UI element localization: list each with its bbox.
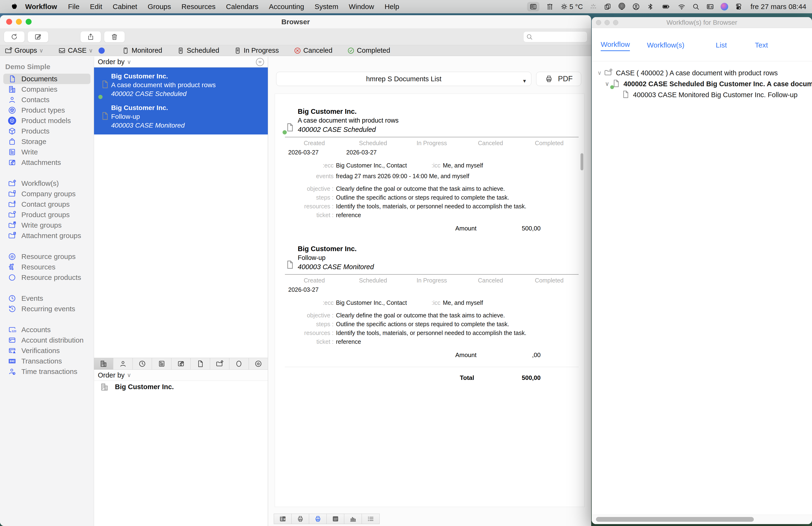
menu-resources[interactable]: Resources <box>182 3 215 11</box>
list-item[interactable]: Big Customer Inc. A case document with p… <box>94 69 268 101</box>
tab-workflows[interactable] <box>210 358 229 369</box>
tab-list[interactable]: List <box>716 41 727 51</box>
sidebar-item-documents[interactable]: Documents <box>3 74 90 84</box>
tab-documents[interactable] <box>191 358 210 369</box>
sidebar-item-products[interactable]: Products <box>0 126 94 137</box>
report-selector[interactable]: hmrep S Documents List▼ <box>276 72 531 86</box>
user-account-icon[interactable] <box>632 3 640 11</box>
battery-icon[interactable] <box>661 3 671 11</box>
sidebar-item-attachments[interactable]: Attachments <box>0 157 94 168</box>
menu-window[interactable]: Window <box>349 3 374 11</box>
view-print-outline[interactable] <box>292 514 309 524</box>
menu-clock[interactable]: fre 27 mars 08:44 <box>751 3 806 11</box>
sidebar-item-storage[interactable]: Storage <box>0 137 94 147</box>
tab-contacts[interactable] <box>113 358 132 369</box>
menu-edit[interactable]: Edit <box>90 3 102 11</box>
tab-workflow[interactable]: Workflow <box>601 40 630 51</box>
menu-groups[interactable]: Groups <box>148 3 171 11</box>
wifi-icon[interactable] <box>678 3 685 11</box>
chevron-down-icon[interactable]: ∨ <box>596 70 603 76</box>
tab-write[interactable] <box>152 358 171 369</box>
list-filter-icon[interactable] <box>256 58 264 66</box>
menu-cabinet[interactable]: Cabinet <box>113 3 137 11</box>
delete-button[interactable] <box>104 31 125 43</box>
refresh-button[interactable] <box>4 31 25 43</box>
lower-order-by-dropdown[interactable]: Order by <box>98 371 125 379</box>
sidebar-item-product-groups[interactable]: Product groups <box>0 210 94 220</box>
sidebar-toggle-icon[interactable] <box>527 2 539 11</box>
tab-events[interactable] <box>133 358 152 369</box>
tab-oval[interactable] <box>229 358 249 369</box>
status-color-dot[interactable] <box>99 47 105 54</box>
sidebar-item-workflows[interactable]: Workflow(s) <box>0 178 94 189</box>
view-list[interactable] <box>362 514 379 524</box>
menu-calendars[interactable]: Calendars <box>226 3 259 11</box>
case-dropdown[interactable]: CASE∨ <box>58 46 93 54</box>
view-grid[interactable] <box>327 514 344 524</box>
horizontal-scrollbar-track <box>592 515 812 524</box>
stage-manager-icon[interactable] <box>604 3 611 11</box>
chevron-down-icon[interactable]: ∨ <box>604 81 611 87</box>
groups-dropdown[interactable]: Groups∨ <box>5 46 43 54</box>
sidebar-item-write-groups[interactable]: Write groups <box>0 220 94 230</box>
filter-scheduled[interactable]: Scheduled <box>177 46 219 54</box>
view-print-active[interactable] <box>309 514 327 524</box>
share-button[interactable] <box>80 31 101 43</box>
menu-file[interactable]: File <box>68 3 79 11</box>
sidebar-item-contact-groups[interactable]: Contact groups <box>0 199 94 210</box>
sidebar-item-attachment-groups[interactable]: Attachment groups <box>0 230 94 241</box>
horizontal-scrollbar-thumb[interactable] <box>596 517 754 522</box>
vertical-scrollbar[interactable] <box>580 153 583 170</box>
sidebar-item-events[interactable]: Events <box>0 293 94 304</box>
search-input[interactable] <box>523 31 588 42</box>
filter-completed[interactable]: Completed <box>347 46 390 54</box>
weather-status[interactable]: 5 °C <box>560 3 583 11</box>
sidebar-item-company-groups[interactable]: Company groups <box>0 189 94 199</box>
sidebar-item-transactions[interactable]: Transactions <box>0 356 94 366</box>
menu-accounting[interactable]: Accounting <box>269 3 304 11</box>
siri-icon[interactable] <box>721 3 728 11</box>
sidebar-item-recurring-events[interactable]: Recurring events <box>0 304 94 314</box>
sidebar-item-resource-groups[interactable]: Resource groups <box>0 251 94 262</box>
tab-resource-groups[interactable] <box>249 358 268 369</box>
tab-attachments[interactable] <box>171 358 191 369</box>
control-center-icon[interactable] <box>735 3 742 11</box>
sidebar-item-accounts[interactable]: Accounts <box>0 325 94 335</box>
order-by-dropdown[interactable]: Order by <box>98 58 125 66</box>
sidebar-item-account-distribution[interactable]: Account distribution <box>0 335 94 345</box>
input-source-icon[interactable] <box>706 3 714 11</box>
sidebar-item-companies[interactable]: Companies <box>0 84 94 95</box>
tab-companies[interactable] <box>94 358 113 369</box>
filter-canceled[interactable]: Canceled <box>294 46 333 54</box>
sidebar-item-time-transactions[interactable]: Time transactions <box>0 366 94 377</box>
compose-button[interactable] <box>28 31 48 43</box>
sidebar-item-write[interactable]: Write <box>0 147 94 157</box>
keyboard-brightness-icon[interactable] <box>590 3 597 11</box>
filter-in-progress[interactable]: In Progress <box>234 46 279 54</box>
tree-node-case[interactable]: ∨ CASE ( 400002 ) A case document with p… <box>592 68 812 79</box>
sidebar-item-resource-products[interactable]: Resource products <box>0 272 94 283</box>
filter-monitored[interactable]: Monitored <box>122 46 162 54</box>
tab-text[interactable]: Text <box>755 41 768 51</box>
tree-node-400002[interactable]: ∨ 400002 CASE Scheduled Big Customer Inc… <box>592 79 812 89</box>
sidebar-item-contacts[interactable]: Contacts <box>0 95 94 105</box>
pdf-button[interactable]: PDF <box>536 72 581 86</box>
view-window-list[interactable] <box>274 514 292 524</box>
tree-node-400003[interactable]: 400003 CASE Monitored Big Customer Inc. … <box>592 89 812 100</box>
company-row[interactable]: Big Customer Inc. <box>94 381 268 393</box>
app-menu[interactable]: Workflow <box>25 3 57 11</box>
sidebar-item-resources[interactable]: Resources <box>0 262 94 272</box>
menu-help[interactable]: Help <box>385 3 400 11</box>
apple-menu-icon[interactable] <box>10 2 18 11</box>
list-item[interactable]: Big Customer Inc. Follow-up 400003 CASE … <box>94 101 268 132</box>
sidebar-item-verifications[interactable]: Verifications <box>0 345 94 356</box>
spotlight-search-icon[interactable] <box>692 3 700 11</box>
bluetooth-icon[interactable] <box>647 3 654 11</box>
tab-workflows[interactable]: Workflow(s) <box>647 41 684 51</box>
view-chart[interactable] <box>344 514 362 524</box>
tuning-pins-icon[interactable] <box>546 3 554 11</box>
airdrop-icon[interactable] <box>618 3 626 11</box>
sidebar-item-product-types[interactable]: Product types <box>0 105 94 115</box>
menu-system[interactable]: System <box>315 3 338 11</box>
sidebar-item-product-models[interactable]: Product models <box>0 115 94 126</box>
